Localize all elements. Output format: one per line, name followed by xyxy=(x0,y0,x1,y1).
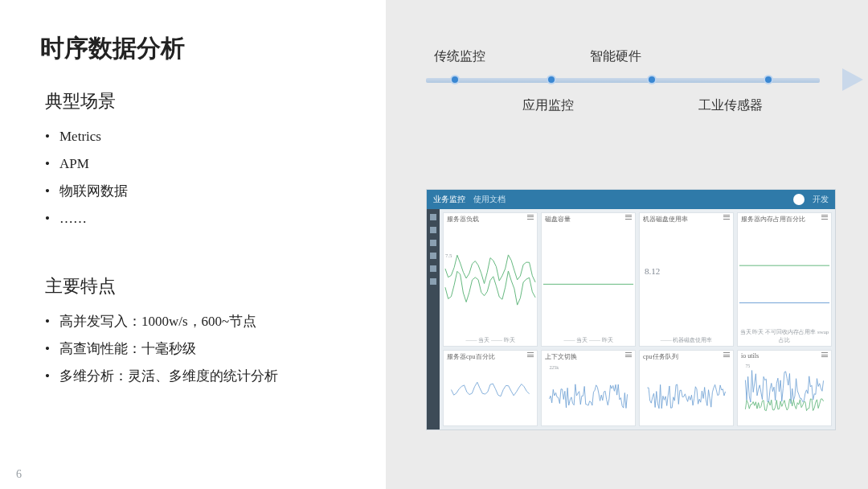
section1-heading: 典型场景 xyxy=(45,89,378,113)
panel-legend: —— 机器磁盘使用率 xyxy=(640,336,733,344)
panel-title: cpu任务队列 xyxy=(643,352,678,361)
svg-text:75: 75 xyxy=(745,364,750,368)
panel-title: 上下文切换 xyxy=(545,352,577,361)
dashboard-screenshot: 业务监控 使用文档 开发 服务器负载7.5—— 当天 —— 昨天磁盘容量—— 当… xyxy=(426,189,836,430)
dashboard-panel: 服务器负载7.5—— 当天 —— 昨天 xyxy=(443,212,538,347)
dashboard-panel: 上下文切换225k xyxy=(541,350,636,426)
svg-text:7.5: 7.5 xyxy=(445,253,452,259)
dashboard-tab: 业务监控 xyxy=(433,194,465,205)
list-item: Metrics xyxy=(59,123,378,150)
avatar-icon xyxy=(793,194,805,205)
hamburger-icon xyxy=(821,215,828,220)
timeline-label: 应用监控 xyxy=(522,97,574,114)
panel-legend: —— 当天 —— 昨天 xyxy=(444,336,537,344)
sidebar-icon xyxy=(430,265,436,272)
timeline-label: 工业传感器 xyxy=(698,97,763,114)
sidebar-icon xyxy=(430,214,436,220)
panel-legend: —— 当天 —— 昨天 xyxy=(542,336,635,344)
sidebar-icon xyxy=(430,240,436,246)
page-number: 6 xyxy=(16,468,22,481)
list-item: …… xyxy=(59,205,378,232)
hamburger-icon xyxy=(821,352,828,357)
panel-title: 服务器cpu百分比 xyxy=(447,352,495,361)
user-label: 开发 xyxy=(813,194,829,205)
list-item: 物联网数据 xyxy=(59,178,378,205)
section2-heading: 主要特点 xyxy=(45,274,378,298)
dashboard-panel: io utils75 xyxy=(737,350,832,426)
slide-title: 时序数据分析 xyxy=(40,32,378,65)
panel-title: 机器磁盘使用率 xyxy=(643,215,688,224)
hamburger-icon xyxy=(625,352,632,357)
sidebar-icon xyxy=(430,278,436,285)
sidebar-icon xyxy=(430,227,436,233)
panel-title: 服务器内存占用百分比 xyxy=(741,215,805,224)
dashboard-panel: cpu任务队列 xyxy=(639,350,734,426)
dashboard-panel: 服务器内存占用百分比当天 昨天 不可回收内存占用率 swap占比 xyxy=(737,212,832,347)
dashboard-panel: 磁盘容量—— 当天 —— 昨天 xyxy=(541,212,636,347)
hamburger-icon xyxy=(527,352,534,357)
dashboard-panel: 机器磁盘使用率8.12—— 机器磁盘使用率 xyxy=(639,212,734,347)
panel-stat: 8.12 xyxy=(645,266,660,276)
timeline-node xyxy=(547,75,556,84)
dashboard-sidebar xyxy=(427,209,440,429)
timeline: 传统监控 智能硬件 应用监控 工业传感器 xyxy=(426,48,844,114)
hamburger-icon xyxy=(625,215,632,220)
panel-title: 服务器负载 xyxy=(447,215,479,224)
list-item: 高并发写入：1000w/s，600~节点 xyxy=(59,308,378,335)
timeline-label: 传统监控 xyxy=(434,48,485,65)
panel-title: io utils xyxy=(741,352,759,360)
hamburger-icon xyxy=(723,352,730,357)
list-item: 高查询性能：十毫秒级 xyxy=(59,335,378,363)
panel-legend: 当天 昨天 不可回收内存占用率 swap占比 xyxy=(738,328,831,344)
timeline-node xyxy=(764,75,773,84)
dashboard-tab: 使用文档 xyxy=(473,194,506,205)
list-item: 多维分析：灵活、多维度的统计分析 xyxy=(59,363,378,390)
hamburger-icon xyxy=(527,215,534,220)
panel-title: 磁盘容量 xyxy=(545,215,571,224)
timeline-node xyxy=(647,75,657,84)
list-item: APM xyxy=(59,150,378,178)
arrow-right-icon xyxy=(842,68,863,91)
sidebar-icon xyxy=(430,253,436,259)
dashboard-panel: 服务器cpu百分比 xyxy=(443,350,538,426)
timeline-label: 智能硬件 xyxy=(590,48,641,65)
timeline-node xyxy=(450,75,460,84)
hamburger-icon xyxy=(723,215,730,220)
svg-text:225k: 225k xyxy=(549,365,559,370)
